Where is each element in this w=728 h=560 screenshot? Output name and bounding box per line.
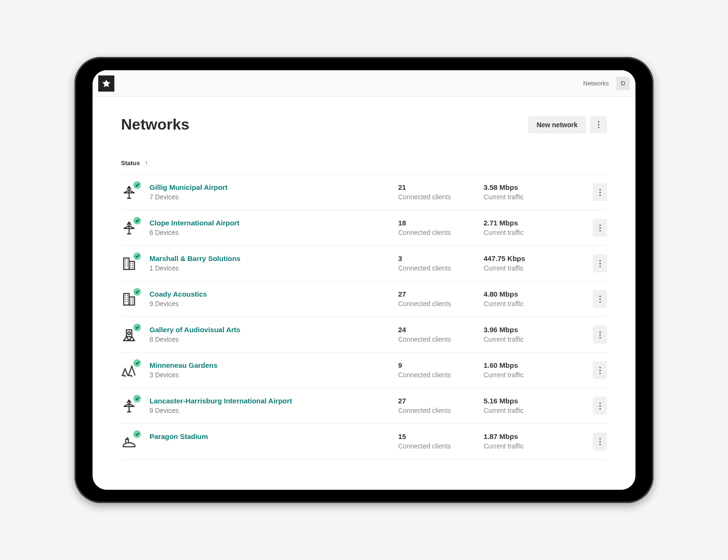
connected-clients-value: 15 <box>398 432 484 440</box>
network-type-icon <box>121 255 138 272</box>
page-overflow-button[interactable] <box>590 116 607 133</box>
connected-clients-label: Connected clients <box>398 442 484 450</box>
more-vertical-icon <box>598 121 599 128</box>
more-vertical-icon <box>599 224 601 232</box>
network-name-link[interactable]: Lancaster-Harrisburg International Airpo… <box>149 397 398 405</box>
connected-clients-value: 27 <box>398 290 484 298</box>
network-type-icon <box>121 291 138 308</box>
row-overflow-button[interactable] <box>593 183 607 201</box>
more-vertical-icon <box>599 296 601 303</box>
topbar: Networks D <box>93 70 635 97</box>
row-overflow-button[interactable] <box>593 219 607 237</box>
network-row: Minneneau Gardens 3 Devices 9 Connected … <box>121 353 607 388</box>
new-network-button[interactable]: New network <box>528 116 586 133</box>
device-count: 8 Devices <box>149 336 398 343</box>
more-vertical-icon <box>599 402 601 410</box>
connected-clients-label: Connected clients <box>398 371 484 379</box>
current-traffic-value: 1.87 Mbps <box>484 432 579 440</box>
list-sort-header[interactable]: Status ↑ <box>121 159 607 175</box>
network-type-icon <box>121 220 138 237</box>
current-traffic-value: 3.96 Mbps <box>484 326 579 334</box>
row-overflow-button[interactable] <box>593 361 607 379</box>
row-overflow-button[interactable] <box>593 326 607 344</box>
network-type-icon <box>121 184 138 201</box>
network-row: Coady Acoustics 9 Devices 27 Connected c… <box>121 281 607 317</box>
network-name-link[interactable]: Paragon Stadium <box>149 432 398 440</box>
network-row: Clope International Airport 6 Devices 18… <box>121 210 607 246</box>
current-traffic-label: Current traffic <box>484 193 579 201</box>
connected-clients-label: Connected clients <box>398 300 484 308</box>
page-header: Networks New network <box>121 116 607 133</box>
current-traffic-value: 4.80 Mbps <box>484 290 579 298</box>
network-row: Paragon Stadium 15 Connected clients 1.8… <box>121 424 607 459</box>
current-traffic-value: 1.60 Mbps <box>484 361 579 369</box>
connected-clients-label: Connected clients <box>398 336 484 343</box>
tablet-frame: Networks D Networks New network Status ↑ <box>75 57 653 503</box>
arrow-up-icon: ↑ <box>145 159 148 167</box>
connected-clients-value: 24 <box>398 326 484 334</box>
page-content: Networks New network Status ↑ <box>93 97 635 490</box>
status-ok-badge <box>133 395 141 402</box>
current-traffic-label: Current traffic <box>484 371 579 379</box>
network-type-icon <box>121 327 138 344</box>
row-overflow-button[interactable] <box>593 432 607 450</box>
status-ok-badge <box>133 324 141 331</box>
current-traffic-value: 2.71 Mbps <box>484 219 579 227</box>
connected-clients-label: Connected clients <box>398 193 484 201</box>
connected-clients-label: Connected clients <box>398 264 484 272</box>
device-count: 7 Devices <box>149 193 398 201</box>
network-name-link[interactable]: Coady Acoustics <box>149 290 398 298</box>
connected-clients-label: Connected clients <box>398 229 484 236</box>
network-name-link[interactable]: Gallery of Audiovisual Arts <box>149 326 398 334</box>
more-vertical-icon <box>599 260 601 267</box>
device-count: 9 Devices <box>149 300 398 308</box>
connected-clients-value: 3 <box>398 254 484 262</box>
connected-clients-value: 21 <box>398 183 484 191</box>
connected-clients-value: 9 <box>398 361 484 369</box>
network-type-icon <box>121 362 138 379</box>
current-traffic-value: 3.58 Mbps <box>484 183 579 191</box>
device-count: 3 Devices <box>149 371 398 379</box>
row-overflow-button[interactable] <box>593 254 607 272</box>
more-vertical-icon <box>599 331 601 338</box>
connected-clients-label: Connected clients <box>398 407 484 414</box>
status-ok-badge <box>133 217 141 224</box>
network-row: Gallery of Audiovisual Arts 8 Devices 24… <box>121 317 607 353</box>
row-overflow-button[interactable] <box>593 397 607 415</box>
current-traffic-value: 447.75 Kbps <box>484 254 579 262</box>
app-logo[interactable] <box>98 75 114 92</box>
connected-clients-value: 27 <box>398 397 484 405</box>
row-overflow-button[interactable] <box>593 290 607 308</box>
logo-icon <box>102 79 111 88</box>
network-type-icon <box>121 398 138 415</box>
network-name-link[interactable]: Gillig Municipal Airport <box>149 183 398 191</box>
network-row: Lancaster-Harrisburg International Airpo… <box>121 388 607 424</box>
status-ok-badge <box>133 288 141 296</box>
more-vertical-icon <box>599 367 601 374</box>
status-ok-badge <box>133 359 141 367</box>
avatar[interactable]: D <box>616 77 630 90</box>
current-traffic-label: Current traffic <box>484 264 579 272</box>
network-row: Marshall & Barry Solutions 1 Devices 3 C… <box>121 246 607 281</box>
current-traffic-label: Current traffic <box>484 336 579 343</box>
status-ok-badge <box>133 430 141 438</box>
status-column-label: Status <box>121 159 140 167</box>
nav-networks-link[interactable]: Networks <box>583 80 609 87</box>
connected-clients-value: 18 <box>398 219 484 227</box>
more-vertical-icon <box>599 189 601 196</box>
page-title: Networks <box>121 116 189 133</box>
network-name-link[interactable]: Minneneau Gardens <box>149 361 398 369</box>
status-ok-badge <box>133 252 141 260</box>
current-traffic-label: Current traffic <box>484 442 579 450</box>
device-count: 9 Devices <box>149 407 398 414</box>
current-traffic-label: Current traffic <box>484 229 579 236</box>
current-traffic-value: 5.16 Mbps <box>484 397 579 405</box>
network-row: Gillig Municipal Airport 7 Devices 21 Co… <box>121 175 607 210</box>
network-name-link[interactable]: Clope International Airport <box>149 219 398 227</box>
current-traffic-label: Current traffic <box>484 300 579 308</box>
network-name-link[interactable]: Marshall & Barry Solutions <box>149 254 398 262</box>
current-traffic-label: Current traffic <box>484 407 579 414</box>
status-ok-badge <box>133 181 141 189</box>
device-count: 1 Devices <box>149 264 398 272</box>
network-type-icon <box>121 433 138 450</box>
